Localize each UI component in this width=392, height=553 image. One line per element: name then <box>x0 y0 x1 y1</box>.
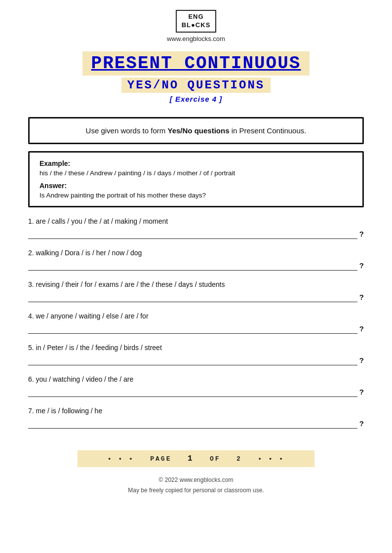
footer: © 2022 www.engblocks.com May be freely c… <box>128 475 264 496</box>
question-item: 4. we / anyone / waiting / else / are / … <box>28 312 364 334</box>
answer-line-row: ? <box>28 260 364 271</box>
question-words: 3. revising / their / for / exams / are … <box>28 280 364 288</box>
question-words: 6. you / watching / video / the / are <box>28 375 364 383</box>
answer-input[interactable] <box>28 260 357 271</box>
answer-line-row: ? <box>28 228 364 239</box>
page-number-bar: • • • PAGE 1 OF 2 • • • <box>78 450 314 467</box>
question-mark: ? <box>359 230 364 239</box>
example-words: his / the / these / Andrew / painting / … <box>39 169 353 177</box>
of-label: OF <box>210 455 221 463</box>
questions-section: 1. are / calls / you / the / at / making… <box>28 217 364 438</box>
logo: ENG BL●CKS <box>176 10 217 33</box>
answer-line-row: ? <box>28 386 364 397</box>
question-item: 2. walking / Dora / is / her / now / dog… <box>28 249 364 271</box>
instruction-text-prefix: Use given words to form Yes/No questions… <box>86 126 307 135</box>
answer-input[interactable] <box>28 291 357 302</box>
copyright: © 2022 www.engblocks.com <box>128 475 264 486</box>
example-label: Example: <box>39 159 353 167</box>
question-words: 4. we / anyone / waiting / else / are / … <box>28 312 364 320</box>
answer-line-row: ? <box>28 355 364 365</box>
instruction-box: Use given words to form Yes/No questions… <box>28 117 364 144</box>
header: ENG BL●CKS www.engblocks.com <box>167 10 225 46</box>
logo-line2: BL●CKS <box>182 21 211 30</box>
website: www.engblocks.com <box>167 35 225 42</box>
question-item: 7. me / is / following / he? <box>28 407 364 429</box>
dots-right: • • • <box>258 455 284 463</box>
question-words: 5. in / Peter / is / the / feeding / bir… <box>28 344 364 352</box>
permission: May be freely copied for personal or cla… <box>128 485 264 496</box>
answer-line-row: ? <box>28 291 364 302</box>
exercise-label: [ Exercise 4 ] <box>82 95 310 103</box>
question-words: 2. walking / Dora / is / her / now / dog <box>28 249 364 257</box>
answer-input[interactable] <box>28 418 357 429</box>
answer-line-row: ? <box>28 418 364 429</box>
question-item: 6. you / watching / video / the / are? <box>28 375 364 397</box>
page-total: 2 <box>236 455 242 463</box>
question-item: 3. revising / their / for / exams / are … <box>28 280 364 302</box>
main-title: PRESENT CONTINUOUS <box>82 51 310 76</box>
example-box: Example: his / the / these / Andrew / pa… <box>28 151 364 207</box>
answer-input[interactable] <box>28 228 357 239</box>
question-words: 7. me / is / following / he <box>28 407 364 415</box>
subtitle: YES/NO QUESTIONS <box>121 78 271 93</box>
question-item: 5. in / Peter / is / the / feeding / bir… <box>28 344 364 365</box>
answer-input[interactable] <box>28 386 357 397</box>
title-section: PRESENT CONTINUOUS YES/NO QUESTIONS [ Ex… <box>82 51 310 103</box>
page-label: PAGE <box>150 455 171 463</box>
question-mark: ? <box>359 293 364 302</box>
answer-label: Answer: <box>39 182 353 190</box>
question-mark: ? <box>359 324 364 334</box>
answer-line-row: ? <box>28 323 364 334</box>
question-mark: ? <box>359 356 364 365</box>
answer-input[interactable] <box>28 323 357 334</box>
question-words: 1. are / calls / you / the / at / making… <box>28 217 364 225</box>
question-mark: ? <box>359 419 364 429</box>
question-item: 1. are / calls / you / the / at / making… <box>28 217 364 239</box>
logo-line1: ENG <box>182 13 211 21</box>
question-mark: ? <box>359 261 364 271</box>
page-number: 1 <box>188 454 194 463</box>
dots-left: • • • <box>108 455 134 463</box>
answer-text: Is Andrew painting the portrait of his m… <box>39 192 353 199</box>
question-mark: ? <box>359 388 364 397</box>
answer-input[interactable] <box>28 355 357 365</box>
